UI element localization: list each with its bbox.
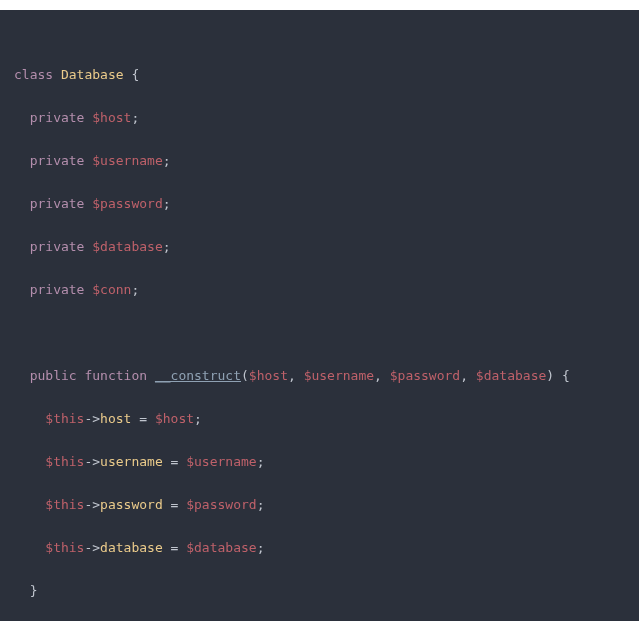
property: host [100, 411, 131, 426]
code-line: private $host; [14, 107, 639, 129]
code-line: $this->password = $password; [14, 494, 639, 516]
punct: } [30, 583, 38, 598]
variable: $database [92, 239, 162, 254]
variable: $conn [92, 282, 131, 297]
keyword: private [30, 153, 85, 168]
property: password [100, 497, 163, 512]
code-line: $this->database = $database; [14, 537, 639, 559]
variable: $database [476, 368, 546, 383]
variable: $host [249, 368, 288, 383]
punct: ; [163, 239, 171, 254]
punct: ; [163, 153, 171, 168]
punct: -> [84, 454, 100, 469]
variable: $this [45, 411, 84, 426]
punct: -> [84, 540, 100, 555]
punct: -> [84, 497, 100, 512]
keyword: public [30, 368, 77, 383]
keyword: private [30, 110, 85, 125]
variable: $password [186, 497, 256, 512]
variable: $password [390, 368, 460, 383]
punct: = [163, 454, 186, 469]
code-line: private $database; [14, 236, 639, 258]
punct: , [288, 368, 304, 383]
variable: $this [45, 497, 84, 512]
punct: ; [194, 411, 202, 426]
variable: $username [304, 368, 374, 383]
punct: ( [241, 368, 249, 383]
punct: ; [131, 282, 139, 297]
code-line [14, 322, 639, 344]
keyword: function [84, 368, 147, 383]
variable: $host [92, 110, 131, 125]
function-name: __construct [155, 368, 241, 383]
punct: , [374, 368, 390, 383]
property: username [100, 454, 163, 469]
punct: { [124, 67, 140, 82]
variable: $host [155, 411, 194, 426]
punct: ; [257, 497, 265, 512]
punct: ; [257, 540, 265, 555]
code-line: public function __construct($host, $user… [14, 365, 639, 387]
variable: $this [45, 540, 84, 555]
keyword: private [30, 239, 85, 254]
variable: $username [92, 153, 162, 168]
variable: $database [186, 540, 256, 555]
punct: -> [84, 411, 100, 426]
punct: , [460, 368, 476, 383]
punct: ; [131, 110, 139, 125]
code-line: private $username; [14, 150, 639, 172]
code-line: $this->host = $host; [14, 408, 639, 430]
code-line: private $conn; [14, 279, 639, 301]
punct: ; [163, 196, 171, 211]
code-editor: class Database { private $host; private … [0, 10, 639, 621]
code-line: class Database { [14, 64, 639, 86]
code-line: private $password; [14, 193, 639, 215]
property: database [100, 540, 163, 555]
punct: ; [257, 454, 265, 469]
punct: = [163, 497, 186, 512]
variable: $this [45, 454, 84, 469]
variable: $username [186, 454, 256, 469]
punct: = [163, 540, 186, 555]
punct: ) { [546, 368, 569, 383]
punct: = [131, 411, 154, 426]
code-line: $this->username = $username; [14, 451, 639, 473]
window-topbar [0, 0, 639, 10]
class-name: Database [61, 67, 124, 82]
code-line: } [14, 580, 639, 602]
keyword: private [30, 196, 85, 211]
keyword: private [30, 282, 85, 297]
keyword: class [14, 67, 53, 82]
variable: $password [92, 196, 162, 211]
